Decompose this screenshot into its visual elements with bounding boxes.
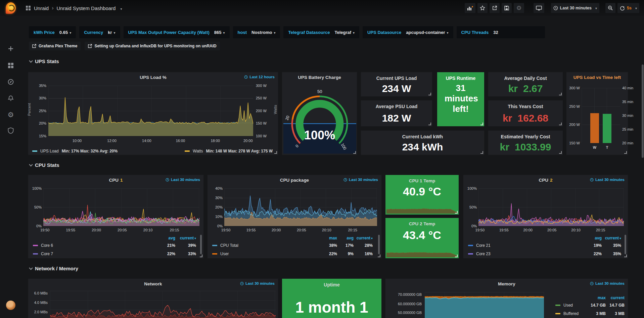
x-axis-tick: 20:00 [92,228,101,232]
stat-title[interactable]: Current UPS Load [361,76,432,81]
grafana-logo-icon[interactable] [0,0,21,16]
dashboard-settings-button[interactable]: ⚙ [514,3,524,13]
zoom-out-button[interactable] [605,3,615,13]
variable-ups-datasource[interactable]: UPS Datasourceapcupsd-container [363,26,453,38]
y-axis-tick: 20% [208,205,223,209]
collapse-chevron-icon [29,163,33,166]
save-button[interactable] [502,3,512,13]
breadcrumb-app[interactable]: Unraid [34,5,49,11]
stat-title[interactable]: Current Load kWh [361,134,484,139]
clock-icon [590,282,594,285]
legend-header-avg[interactable]: avg [585,236,602,240]
cycle-view-button[interactable] [534,3,544,13]
legend-item[interactable]: Core 23 [468,252,491,256]
y-axis-tick: 40% [208,186,223,190]
share-button[interactable] [490,3,500,13]
y-axis-tick: 6.0 MBs [30,291,48,295]
cpu1-plot[interactable] [43,188,199,226]
legend-header-max[interactable]: max [586,296,606,300]
legend-item[interactable]: Buffered [555,311,579,316]
legend-item[interactable]: Core 21 [468,243,491,248]
variable-cpu-threads[interactable]: CPU Threads32 [457,26,545,38]
dashboards-icon[interactable] [0,59,21,72]
stat-title[interactable]: CPU 2 Temp [385,221,459,226]
legend-item-watts[interactable]: Watts Min: 148 W Max: 278 W Avg: 175 W [185,149,273,153]
legend-header-current[interactable]: current [355,236,373,240]
section-cpu-stats[interactable]: CPU Stats [30,162,59,168]
dashboard-title-caret-icon[interactable] [119,5,122,11]
variable-host[interactable]: hostNostromo [233,26,280,38]
panel-title[interactable]: UPS Battery Charge [282,75,357,80]
user-avatar[interactable] [0,299,21,311]
variable-value: Nostromo [251,30,275,35]
refresh-button[interactable]: 5s [617,3,639,13]
stat-title[interactable]: CPU 1 Temp [385,178,459,183]
legend-value: 19% [585,243,602,248]
variable-kwh-price[interactable]: kWh Price0.65 [29,26,76,38]
legend-item[interactable]: Core 7 [33,252,53,256]
variable-value: 0.65 [59,30,71,35]
legend-scrollbar[interactable] [625,235,626,254]
breadcrumb-dashboard-title[interactable]: Unraid System Dashboard [57,5,116,11]
time-picker-button[interactable]: Last 30 minutes [551,3,600,13]
help-icon[interactable]: ? [0,317,21,318]
create-icon[interactable] [0,43,21,55]
y-axis-tick: 50% [29,205,42,209]
gauge-value: 100% [304,128,335,142]
add-panel-button[interactable] [465,3,475,13]
cpu-threads-input[interactable]: 32 [493,30,540,35]
bar-time-left[interactable] [603,114,611,143]
stat-title[interactable]: Average Daily Cost [488,76,563,81]
time-override-badge: Last 30 minutes [166,178,200,182]
link-ups-monitoring-guide[interactable]: Setting up Grafana and InfluxDB for UPS … [85,42,220,50]
stat-title[interactable]: Uptime [282,282,381,287]
legend-item-ups-load[interactable]: UPS Load Min: 17% Max: 32% Avg: 20% [32,149,118,153]
legend-header-current[interactable]: current [602,236,621,240]
panel-title[interactable]: UPS Load % [28,75,278,80]
server-admin-shield-icon[interactable] [0,125,21,137]
cpu-package-plot[interactable] [224,188,377,226]
cpu2-plot[interactable] [478,188,624,226]
collapse-chevron-icon [29,59,33,62]
explore-icon[interactable] [0,76,21,88]
stat-title[interactable]: Estimated Yearly Cost [488,134,563,139]
alerting-bell-icon[interactable] [0,92,21,104]
section-network-memory[interactable]: Network / Memory [30,266,78,271]
top-nav: Unraid Unraid System Dashboard ⚙ [0,0,644,16]
configuration-gear-icon[interactable]: ⚙ [0,108,21,121]
legend-header-max[interactable]: max [320,236,337,240]
legend-item[interactable]: Used [555,303,573,308]
legend-header-current[interactable]: current [607,296,625,300]
legend-item[interactable]: CPU Total [212,243,238,248]
grafana-flame-icon [6,2,16,14]
variable-telegraf-datasource[interactable]: Telegraf DatasourceTelegraf [283,26,359,38]
panel-current-load-kwh: Current Load kWh 234 kWh [361,130,485,155]
legend-header-avg[interactable]: avg [339,236,354,240]
page-scrollbar[interactable] [642,64,644,158]
legend-header-current[interactable]: current [177,236,196,240]
bar-watts[interactable] [590,113,599,143]
refresh-caret-icon[interactable] [634,6,637,10]
stat-title[interactable]: This Years Cost [488,104,563,109]
link-grafana-plex-theme[interactable]: Grafana Plex Theme [29,42,81,50]
star-button[interactable] [477,3,488,13]
legend-scrollbar[interactable] [200,235,202,254]
stat-title[interactable]: UPS Runtime [437,76,484,81]
panel-title[interactable]: UPS Load vs Time left [566,75,628,80]
section-ups-stats[interactable]: UPS Stats [30,58,59,64]
legend-item[interactable]: Core 6 [33,243,53,248]
legend-scrollbar[interactable] [378,235,380,254]
memory-plot[interactable] [425,292,544,318]
legend-header-avg[interactable]: avg [158,236,175,240]
legend-item[interactable]: User [212,252,229,256]
panel-current-ups-load: Current UPS Load 234 W [361,72,432,97]
refresh-interval-label[interactable]: 5s [627,6,632,10]
variable-currency[interactable]: Currencykr [79,26,120,38]
network-plot[interactable] [50,291,276,318]
x-axis-tick: 18:00 [211,139,220,143]
variable-ups-max-output[interactable]: UPS Max Output Power Capacity (Watt)865 [124,26,230,38]
y-axis-tick: 40 min [622,86,633,90]
ups-load-plot[interactable] [48,86,253,136]
panel-cpu-1-temp: CPU 1 Temp 40.9 °C [385,175,459,215]
stat-title[interactable]: Average PSU Load [361,104,432,109]
